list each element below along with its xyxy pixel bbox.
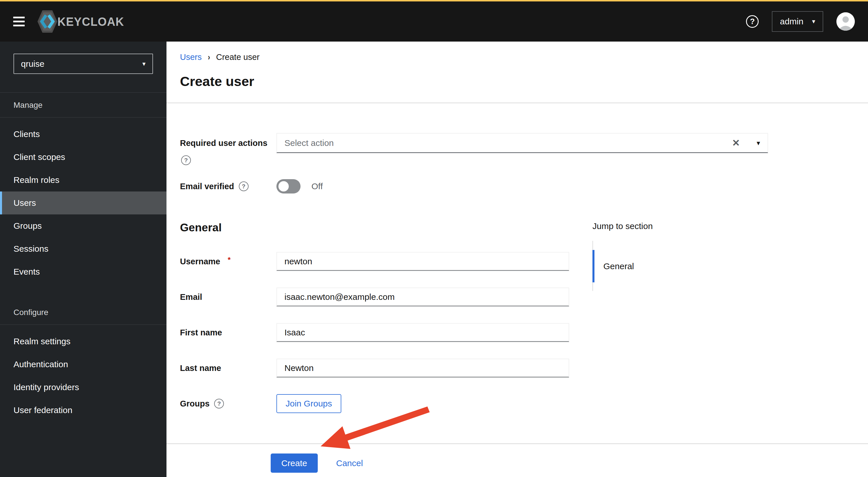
- help-question-icon[interactable]: ?: [239, 181, 249, 191]
- nav-section-manage: Manage: [0, 93, 166, 117]
- realm-selector[interactable]: qruise ▾: [13, 54, 153, 74]
- help-icon[interactable]: ?: [746, 15, 758, 28]
- email-input[interactable]: [276, 287, 569, 306]
- page-title: Create user: [180, 73, 868, 89]
- join-groups-button[interactable]: Join Groups: [276, 394, 341, 413]
- required-user-actions-label-block: Required user actions ?: [180, 133, 276, 165]
- title-divider: [166, 103, 868, 103]
- hamburger-menu-icon[interactable]: [13, 16, 25, 26]
- email-label: Email: [180, 293, 202, 302]
- general-section-heading: General: [180, 221, 868, 234]
- clear-selection-icon[interactable]: ✕: [732, 137, 740, 148]
- toggle-state-text: Off: [311, 181, 322, 191]
- email-verified-toggle[interactable]: [276, 179, 301, 194]
- sidebar-item-sessions[interactable]: Sessions: [0, 237, 166, 260]
- user-dropdown-label: admin: [780, 16, 803, 26]
- sidebar-item-user-federation[interactable]: User federation: [0, 399, 166, 422]
- first-name-label: First name: [180, 328, 222, 337]
- chevron-right-icon: ›: [208, 52, 210, 62]
- jump-to-section-list: General: [592, 250, 653, 282]
- nav-manage-list: Clients Client scopes Realm roles Users …: [0, 117, 166, 283]
- sidebar-item-authentication[interactable]: Authentication: [0, 353, 166, 376]
- first-name-input[interactable]: [276, 323, 569, 342]
- sidebar-item-events[interactable]: Events: [0, 260, 166, 283]
- brand-title: KEYCLOAK: [57, 14, 124, 28]
- email-verified-control: Off: [276, 179, 322, 194]
- select-placeholder: Select action: [284, 138, 732, 148]
- main-content: Users › Create user Create user Required…: [166, 41, 868, 477]
- first-name-label-block: First name: [180, 323, 276, 342]
- email-verified-label: Email verified: [180, 182, 234, 191]
- chevron-down-icon: ▾: [812, 18, 815, 25]
- nav-section-configure: Configure: [0, 300, 166, 325]
- required-user-actions-row: Required user actions ? Select action ✕ …: [180, 133, 868, 165]
- last-name-input[interactable]: [276, 359, 569, 378]
- email-verified-row: Email verified ? Off: [180, 179, 868, 194]
- required-user-actions-select[interactable]: Select action ✕ ▾: [276, 133, 768, 153]
- help-question-icon[interactable]: ?: [181, 156, 191, 165]
- top-bar: KEYCLOAK ? admin ▾: [0, 0, 868, 41]
- groups-label-block: Groups ?: [180, 394, 276, 413]
- jump-to-section: Jump to section General: [592, 221, 653, 282]
- keycloak-logo: KEYCLOAK: [37, 10, 124, 33]
- groups-label: Groups: [180, 399, 210, 408]
- breadcrumb-current: Create user: [216, 53, 260, 62]
- cancel-link[interactable]: Cancel: [336, 458, 363, 468]
- username-label-block: Username*: [180, 252, 276, 271]
- email-label-block: Email: [180, 287, 276, 306]
- sidebar-item-client-scopes[interactable]: Client scopes: [0, 146, 166, 169]
- sidebar: qruise ▾ Manage Clients Client scopes Re…: [0, 41, 166, 477]
- create-user-form: Required user actions ? Select action ✕ …: [180, 133, 868, 413]
- user-dropdown[interactable]: admin ▾: [772, 11, 823, 32]
- required-asterisk: *: [228, 255, 230, 264]
- first-name-row: First name: [180, 323, 868, 342]
- jump-to-section-title: Jump to section: [592, 221, 653, 231]
- avatar[interactable]: [836, 12, 855, 31]
- breadcrumb-users-link[interactable]: Users: [180, 53, 202, 62]
- keycloak-logo-icon: [37, 10, 57, 33]
- email-verified-label-block: Email verified ?: [180, 179, 276, 194]
- last-name-label: Last name: [180, 364, 221, 373]
- keycloak-admin-console: KEYCLOAK ? admin ▾ qruise ▾ Manage: [0, 0, 868, 477]
- chevron-down-icon: ▾: [143, 61, 146, 67]
- topbar-right-group: ? admin ▾: [746, 11, 855, 32]
- realm-selector-value: qruise: [21, 59, 44, 69]
- create-button[interactable]: Create: [271, 453, 318, 473]
- sidebar-item-realm-roles[interactable]: Realm roles: [0, 169, 166, 192]
- toggle-knob: [278, 181, 289, 192]
- sidebar-item-identity-providers[interactable]: Identity providers: [0, 376, 166, 399]
- username-label: Username: [180, 257, 220, 266]
- username-row: Username*: [180, 252, 868, 271]
- required-user-actions-label: Required user actions: [180, 138, 268, 148]
- sidebar-item-users[interactable]: Users: [0, 192, 166, 214]
- sidebar-item-clients[interactable]: Clients: [0, 123, 166, 146]
- actions-divider: [166, 443, 868, 444]
- breadcrumb: Users › Create user: [180, 52, 868, 62]
- last-name-label-block: Last name: [180, 359, 276, 378]
- email-row: Email: [180, 287, 868, 306]
- help-question-icon[interactable]: ?: [214, 399, 224, 408]
- chevron-down-icon[interactable]: ▾: [756, 139, 760, 147]
- last-name-row: Last name: [180, 359, 868, 378]
- jump-item-general[interactable]: General: [592, 250, 653, 282]
- nav-configure-list: Realm settings Authentication Identity p…: [0, 325, 166, 422]
- form-actions: Create Cancel: [271, 453, 868, 473]
- sidebar-item-groups[interactable]: Groups: [0, 214, 166, 237]
- groups-row: Groups ? Join Groups: [180, 394, 868, 413]
- username-input[interactable]: [276, 252, 569, 271]
- sidebar-item-realm-settings[interactable]: Realm settings: [0, 330, 166, 353]
